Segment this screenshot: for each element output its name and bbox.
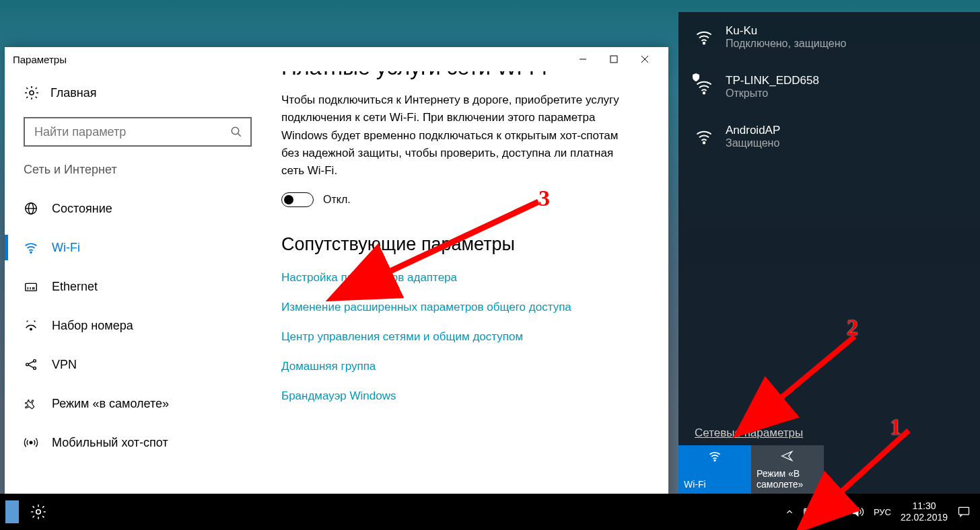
svg-point-4 [30, 91, 34, 95]
tile-airplane[interactable]: Режим «В самолете» [751, 445, 824, 494]
sidebar-item-label: Набор номера [52, 319, 133, 333]
svg-line-6 [238, 133, 241, 137]
link-sharing-settings[interactable]: Изменение расширенных параметров общего … [281, 301, 628, 314]
network-item[interactable]: TP-LINK_EDD658Открыто [678, 62, 980, 112]
wifi-icon [695, 124, 713, 149]
svg-line-22 [28, 361, 33, 364]
svg-point-33 [834, 516, 835, 517]
sidebar-item-hotspot[interactable]: Мобильный хот-спот [5, 423, 271, 462]
airplane-icon [757, 449, 818, 463]
svg-rect-1 [610, 56, 617, 63]
section-title-cut: Платные услуги сети Wi-Fi [281, 71, 628, 85]
sidebar-home-label: Главная [50, 86, 97, 100]
svg-point-27 [703, 142, 705, 143]
taskbar-app[interactable] [5, 500, 19, 523]
link-network-center[interactable]: Центр управления сетями и общим доступом [281, 330, 628, 344]
network-name: Ku-Ku [726, 24, 846, 38]
gear-icon[interactable] [30, 503, 47, 521]
search-input[interactable] [33, 124, 230, 140]
svg-point-19 [26, 363, 29, 366]
network-status: Открыто [726, 87, 819, 100]
toggle-switch[interactable] [281, 192, 314, 207]
tray-date: 22.02.2019 [901, 512, 948, 523]
svg-point-26 [703, 92, 705, 93]
network-item[interactable]: AndroidAPЗащищено [678, 112, 980, 161]
wifi-icon [684, 449, 746, 463]
sidebar-item-airplane[interactable]: Режим «в самолете» [5, 384, 271, 423]
sidebar-item-label: Ethernet [52, 280, 98, 294]
sidebar-item-label: Wi-Fi [52, 241, 80, 255]
sidebar-item-vpn[interactable]: VPN [5, 345, 271, 384]
vpn-icon [24, 357, 38, 372]
wifi-icon [24, 240, 38, 255]
svg-point-24 [30, 441, 32, 444]
svg-rect-32 [806, 510, 813, 514]
sidebar-item-status[interactable]: Состояние [5, 189, 271, 228]
tile-label: Режим «В самолете» [757, 468, 818, 490]
network-item[interactable]: Ku-KuПодключено, защищено [678, 12, 980, 62]
network-status: Подключено, защищено [726, 38, 846, 50]
sidebar-item-ethernet[interactable]: Ethernet [5, 267, 271, 306]
svg-rect-35 [959, 507, 969, 515]
close-button[interactable] [629, 48, 660, 70]
search-icon [230, 126, 242, 138]
svg-line-41 [380, 202, 538, 276]
tile-wifi[interactable]: Wi-Fi [678, 445, 751, 494]
sidebar-item-label: VPN [52, 358, 77, 372]
svg-point-29 [36, 510, 41, 515]
window-title: Параметры [13, 54, 67, 65]
link-firewall[interactable]: Брандмауэр Windows [281, 389, 628, 403]
sidebar-item-label: Режим «в самолете» [52, 397, 169, 411]
svg-rect-11 [26, 283, 37, 291]
svg-point-25 [703, 42, 705, 44]
action-center-icon[interactable] [957, 505, 971, 519]
svg-point-20 [34, 360, 36, 363]
svg-line-39 [774, 336, 855, 404]
link-homegroup[interactable]: Домашняя группа [281, 360, 628, 373]
wifi-open-icon [695, 74, 713, 100]
chevron-up-icon[interactable] [785, 507, 794, 517]
annotation-arrow [761, 330, 868, 417]
svg-line-23 [28, 365, 33, 368]
svg-rect-31 [816, 510, 817, 513]
sidebar-item-label: Состояние [52, 202, 112, 216]
dialup-icon [24, 318, 38, 333]
annotation-arrow [821, 424, 936, 511]
svg-point-21 [34, 367, 36, 370]
flyout-tiles: Wi-Fi Режим «В самолете» [678, 445, 824, 494]
svg-point-28 [714, 460, 715, 461]
annotation-arrow [363, 195, 552, 289]
network-name: TP-LINK_EDD658 [726, 74, 819, 87]
gear-icon [24, 85, 40, 101]
airplane-icon [24, 396, 38, 411]
svg-line-37 [835, 430, 909, 498]
window-titlebar: Параметры [5, 47, 668, 71]
sidebar-item-dialup[interactable]: Набор номера [5, 306, 271, 345]
search-box[interactable] [24, 117, 252, 147]
battery-icon[interactable] [804, 507, 818, 517]
sidebar-home[interactable]: Главная [5, 85, 271, 117]
svg-line-18 [34, 321, 36, 322]
sidebar: Главная Сеть и Интернет Состояние Wi-Fi … [5, 71, 271, 504]
sidebar-section-label: Сеть и Интернет [5, 163, 271, 189]
maximize-button[interactable] [598, 48, 629, 70]
network-name: AndroidAP [726, 124, 780, 137]
svg-point-10 [30, 252, 32, 253]
hotspot-icon [24, 435, 38, 450]
tile-label: Wi-Fi [684, 479, 746, 490]
globe-icon [24, 201, 38, 216]
svg-point-16 [30, 328, 32, 330]
svg-line-17 [27, 321, 28, 322]
section-description: Чтобы подключиться к Интернету в дороге,… [281, 91, 628, 180]
svg-point-5 [232, 127, 239, 135]
network-status: Защищено [726, 137, 780, 149]
toggle-label: Откл. [323, 194, 351, 206]
network-settings-link[interactable]: Сетевые параметры [695, 426, 803, 440]
sidebar-item-wifi[interactable]: Wi-Fi [5, 228, 271, 267]
wifi-icon [695, 24, 713, 50]
network-flyout: Ku-KuПодключено, защищено TP-LINK_EDD658… [678, 12, 980, 494]
sidebar-item-label: Мобильный хот-спот [52, 436, 168, 450]
ethernet-icon [24, 279, 38, 294]
minimize-button[interactable] [567, 48, 598, 70]
settings-window: Параметры Главная Сеть и Интернет Состоя… [5, 47, 668, 504]
